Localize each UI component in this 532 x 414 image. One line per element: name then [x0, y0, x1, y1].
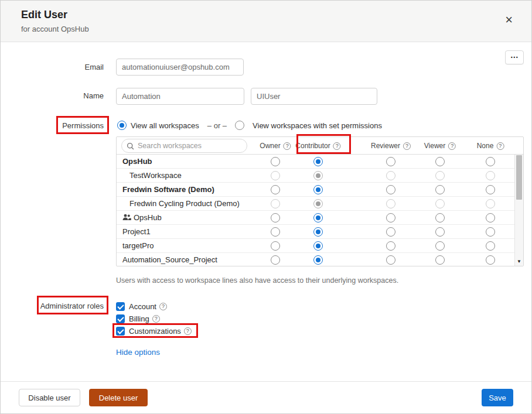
column-header-none: None? — [477, 142, 504, 150]
table-row: Fredwin Cycling Product (Demo) — [117, 197, 514, 211]
checkbox-label: Billing — [129, 314, 149, 323]
help-icon[interactable]: ? — [448, 142, 456, 150]
radio-view-set-permissions[interactable] — [235, 121, 244, 130]
save-button[interactable]: Save — [482, 389, 513, 406]
radio-reviewer[interactable] — [386, 185, 395, 194]
radio-viewer — [435, 199, 445, 208]
radio-none[interactable] — [486, 213, 495, 223]
radio-reviewer[interactable] — [386, 157, 395, 166]
admin-roles-list: Account ? Billing ? Customizations ? — [116, 302, 192, 338]
radio-reviewer[interactable] — [386, 213, 395, 223]
workspace-name: Automation_Source_Project — [122, 255, 217, 264]
help-icon[interactable]: ? — [333, 142, 341, 150]
radio-viewer[interactable] — [435, 255, 445, 265]
workspace-search[interactable] — [121, 139, 247, 153]
column-header-reviewer: Reviewer? — [371, 142, 411, 150]
last-name-field[interactable] — [251, 88, 377, 105]
search-icon — [127, 142, 134, 150]
radio-view-set-label: View workspaces with set permissions — [253, 121, 382, 130]
table-row: OpsHub — [117, 211, 514, 225]
workspace-name: targetPro — [122, 241, 154, 250]
radio-none[interactable] — [486, 255, 495, 265]
email-label: Email — [33, 63, 104, 71]
help-icon[interactable]: ? — [496, 142, 504, 150]
radio-owner[interactable] — [271, 255, 280, 265]
dialog-footer: Disable user Delete user Save — [1, 381, 531, 413]
radio-owner[interactable] — [271, 213, 280, 223]
workspace-rows: OpsHub TestWorkspace Fredwin Software (D… — [117, 155, 514, 266]
radio-view-all-workspaces[interactable] — [117, 121, 127, 130]
radio-owner — [271, 171, 280, 180]
edit-user-dialog: Edit User for account OpsHub × ⋯ Email N… — [0, 0, 532, 414]
dialog-header: Edit User for account OpsHub × — [1, 1, 531, 42]
workspace-name: Fredwin Software (Demo) — [122, 185, 214, 194]
scroll-down-icon[interactable]: ▼ — [515, 259, 523, 265]
close-icon[interactable]: × — [505, 13, 513, 26]
email-field[interactable] — [116, 59, 244, 76]
users-icon — [122, 214, 131, 221]
radio-viewer[interactable] — [435, 227, 445, 237]
table-scrollbar[interactable]: ▼ — [514, 155, 523, 266]
page-title: Edit User — [21, 9, 67, 21]
workspace-name: OpsHub — [122, 157, 152, 166]
radio-owner[interactable] — [271, 185, 280, 194]
radio-viewer[interactable] — [435, 241, 445, 251]
workspace-name: TestWorkspace — [129, 171, 182, 180]
column-header-owner: Owner? — [260, 142, 291, 150]
radio-owner — [271, 199, 280, 208]
table-row: targetPro — [117, 239, 514, 253]
radio-none[interactable] — [486, 227, 495, 237]
radio-contributor[interactable] — [313, 185, 323, 194]
radio-viewer — [435, 171, 445, 180]
workspace-name-text: Fredwin Cycling Product (Demo) — [129, 199, 240, 208]
radio-viewer[interactable] — [435, 157, 445, 166]
radio-none[interactable] — [486, 185, 495, 194]
radio-contributor[interactable] — [313, 227, 323, 237]
hide-options-link[interactable]: Hide options — [116, 348, 160, 357]
search-input[interactable] — [138, 142, 242, 150]
table-row: Project1 — [117, 225, 514, 239]
disable-user-button[interactable]: Disable user — [19, 389, 80, 406]
help-icon[interactable]: ? — [403, 142, 411, 150]
radio-owner[interactable] — [271, 157, 280, 166]
checkbox-checked-icon[interactable] — [116, 327, 125, 336]
delete-user-button[interactable]: Delete user — [89, 389, 148, 406]
help-icon[interactable]: ? — [284, 142, 291, 150]
help-icon[interactable]: ? — [159, 303, 167, 310]
admin-role-item[interactable]: Customizations ? — [116, 326, 192, 336]
radio-none[interactable] — [486, 241, 495, 251]
workspace-name-text: OpsHub — [122, 157, 152, 166]
radio-reviewer[interactable] — [386, 241, 395, 251]
radio-viewer[interactable] — [435, 213, 445, 223]
or-divider: – or – — [207, 121, 227, 130]
first-name-field[interactable] — [116, 88, 244, 105]
radio-none — [486, 171, 495, 180]
radio-contributor[interactable] — [313, 157, 323, 166]
radio-contributor[interactable] — [313, 255, 323, 265]
radio-reviewer[interactable] — [386, 255, 395, 265]
checkbox-checked-icon[interactable] — [116, 302, 125, 311]
more-options-button[interactable]: ⋯ — [505, 50, 524, 64]
radio-viewer[interactable] — [435, 185, 445, 194]
radio-none[interactable] — [486, 157, 495, 166]
radio-owner[interactable] — [271, 241, 280, 251]
admin-role-item[interactable]: Account ? — [116, 302, 192, 312]
workspace-name-text: Fredwin Software (Demo) — [122, 185, 214, 194]
checkbox-label: Account — [129, 302, 156, 311]
scrollbar-thumb[interactable] — [516, 155, 522, 200]
radio-contributor[interactable] — [313, 241, 323, 251]
dialog-subtitle: for account OpsHub — [21, 25, 89, 33]
radio-none — [486, 199, 495, 208]
checkbox-checked-icon[interactable] — [116, 314, 125, 323]
workspace-name-text: TestWorkspace — [129, 171, 182, 180]
radio-owner[interactable] — [271, 227, 280, 237]
help-icon[interactable]: ? — [184, 327, 192, 335]
help-icon[interactable]: ? — [152, 315, 160, 323]
admin-role-item[interactable]: Billing ? — [116, 314, 192, 324]
radio-contributor[interactable] — [313, 213, 323, 223]
column-header-viewer: Viewer? — [424, 142, 456, 150]
radio-reviewer — [386, 171, 395, 180]
workspace-access-note: Users with access to workspace lines als… — [116, 276, 398, 285]
radio-reviewer[interactable] — [386, 227, 395, 237]
radio-contributor — [313, 199, 323, 208]
